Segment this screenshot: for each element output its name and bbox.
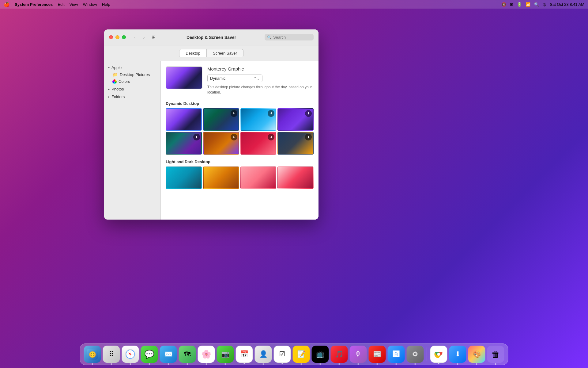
battery-icon[interactable]: 🔋 <box>517 2 522 7</box>
gallery-thumb-catalina[interactable]: ⬇ <box>203 108 239 131</box>
gallery-grid-dynamic: ⬇ ⬇ ⬇ ⬇ ⬇ <box>166 108 314 155</box>
dock: 😊 ⠿ 💬 ✉️ 🗺 🌸 📷 📅 👤 ☑ <box>80 343 508 365</box>
menubar-app-name[interactable]: System Preferences <box>15 2 53 7</box>
dock-icon-safari[interactable] <box>122 346 139 363</box>
sidebar-item-colors-label: Colors <box>119 79 130 84</box>
sidebar-item-desktop-pictures-label: Desktop Pictures <box>120 72 150 77</box>
gallery-thumb-crimson[interactable] <box>277 167 314 189</box>
forward-button[interactable]: › <box>140 34 148 40</box>
gallery-thumb-bigsur[interactable]: ⬇ <box>240 108 277 131</box>
dock-divider <box>427 347 427 361</box>
dock-icon-calendar[interactable]: 📅 <box>236 346 253 363</box>
tab-desktop[interactable]: Desktop <box>179 49 207 57</box>
svg-text:😊: 😊 <box>89 351 96 358</box>
dock-icon-contacts[interactable]: 👤 <box>255 346 272 363</box>
search-menubar-icon[interactable]: 🔍 <box>534 2 539 7</box>
gallery-thumb-rose[interactable] <box>240 167 277 189</box>
tab-screensaver[interactable]: Screen Saver <box>207 49 243 57</box>
menubar: 🍎 System Preferences Edit View Window He… <box>0 0 588 9</box>
download-icon: ⬇ <box>305 110 312 117</box>
menubar-right: 🔇 ⊞ 🔋 📶 🔍 ◎ Sat Oct 23 8:41 AM <box>501 2 584 7</box>
preview-thumbnail <box>166 66 202 89</box>
dock-icon-music[interactable]: 🎵 <box>331 346 348 363</box>
dock-icon-messages[interactable]: 💬 <box>141 346 158 363</box>
search-bar[interactable]: 🔍 <box>265 34 314 40</box>
dock-icon-maps[interactable]: 🗺 <box>179 346 196 363</box>
search-input[interactable] <box>273 35 310 40</box>
gallery-thumb-sand[interactable]: ⬇ <box>203 132 239 155</box>
gallery-section-dynamic: Dynamic Desktop ⬇ ⬇ ⬇ ⬇ <box>166 101 314 155</box>
gallery-thumb-teal[interactable]: ⬇ <box>166 132 202 155</box>
gallery-thumb-teal2[interactable] <box>166 167 202 189</box>
window-title: Desktop & Screen Saver <box>187 35 236 40</box>
dock-icon-finder[interactable]: 😊 <box>84 346 101 363</box>
dock-icon-podcasts[interactable]: 🎙 <box>350 346 367 363</box>
menubar-help[interactable]: Help <box>102 2 110 7</box>
dock-icon-tv[interactable]: 📺 <box>312 346 329 363</box>
gallery-section-lightdark-title: Light and Dark Desktop <box>166 159 314 164</box>
dock-icon-mail[interactable]: ✉️ <box>160 346 177 363</box>
dock-icon-notes[interactable]: 📝 <box>293 346 310 363</box>
gallery-thumb-monterey1[interactable] <box>166 108 202 131</box>
siri-icon[interactable]: ◎ <box>543 2 546 7</box>
preview-section: Monterey Graphic Dynamic ⌃⌄ This desktop… <box>166 66 314 95</box>
dock-icon-launchpad[interactable]: ⠿ <box>103 346 120 363</box>
sidebar-group-folders: ▸ Folders <box>104 94 160 100</box>
disclosure-arrow-photos: ▸ <box>107 87 111 91</box>
display-icon[interactable]: ⊞ <box>510 2 513 7</box>
apple-menu[interactable]: 🍎 <box>4 2 10 7</box>
menubar-edit[interactable]: Edit <box>58 2 64 7</box>
dock-icon-chrome[interactable] <box>430 346 447 363</box>
menubar-left: 🍎 System Preferences Edit View Window He… <box>4 2 501 7</box>
download-icon: ⬇ <box>268 110 274 117</box>
dock-icon-photos[interactable]: 🌸 <box>198 346 215 363</box>
dock-icon-reminders[interactable]: ☑ <box>274 346 291 363</box>
window: ‹ › ⊞ Desktop & Screen Saver 🔍 Desktop S… <box>104 29 318 220</box>
content-area: Monterey Graphic Dynamic ⌃⌄ This desktop… <box>161 61 318 220</box>
wifi-icon[interactable]: 📶 <box>526 2 530 7</box>
svg-point-9 <box>437 353 440 356</box>
titlebar: ‹ › ⊞ Desktop & Screen Saver 🔍 <box>104 29 318 45</box>
sidebar-group-folders-header[interactable]: ▸ Folders <box>104 94 160 100</box>
tabbar: Desktop Screen Saver <box>104 45 318 61</box>
download-icon: ⬇ <box>231 134 237 140</box>
dock-icon-news[interactable]: 📰 <box>369 346 386 363</box>
clock: Sat Oct 23 8:41 AM <box>550 2 584 7</box>
download-icon: ⬇ <box>268 134 274 140</box>
dock-icon-facetime[interactable]: 📷 <box>217 346 234 363</box>
sidebar-item-colors[interactable]: Colors <box>106 78 159 85</box>
gallery-thumb-purple[interactable]: ⬇ <box>277 108 314 131</box>
menubar-window[interactable]: Window <box>83 2 97 7</box>
preview-name: Monterey Graphic <box>207 66 314 71</box>
dock-icon-paletter[interactable]: 🎨 <box>468 346 485 363</box>
dock-icon-systemprefs[interactable]: ⚙ <box>407 346 424 363</box>
download-icon: ⬇ <box>231 110 237 117</box>
sidebar-group-apple: ▾ Apple 📁 Desktop Pictures Colors <box>104 64 160 85</box>
gallery-thumb-sunset[interactable]: ⬇ <box>277 132 314 155</box>
dock-icon-trash[interactable]: 🗑 <box>487 346 504 363</box>
fullscreen-button[interactable] <box>122 35 126 39</box>
search-icon: 🔍 <box>267 35 272 40</box>
minimize-button[interactable] <box>115 35 119 39</box>
disclosure-arrow-apple: ▾ <box>107 66 111 70</box>
sidebar-group-apple-header[interactable]: ▾ Apple <box>104 64 160 71</box>
sidebar-group-photos-label: Photos <box>111 87 124 91</box>
sidebar-item-desktop-pictures[interactable]: 📁 Desktop Pictures <box>106 71 159 78</box>
dock-icon-appstore[interactable]: 🅰 <box>388 346 405 363</box>
mute-icon[interactable]: 🔇 <box>501 2 506 7</box>
close-button[interactable] <box>109 35 113 39</box>
dropdown-arrows-icon: ⌃⌄ <box>254 76 260 81</box>
gallery-thumb-pink[interactable]: ⬇ <box>240 132 277 155</box>
dynamic-dropdown[interactable]: Dynamic ⌃⌄ <box>207 75 262 82</box>
preview-description: This desktop picture changes throughout … <box>207 85 314 95</box>
download-icon: ⬇ <box>305 134 312 140</box>
dock-icon-downloads[interactable]: ⬇ <box>449 346 466 363</box>
grid-view-icon[interactable]: ⊞ <box>152 34 156 40</box>
gallery-section-dynamic-title: Dynamic Desktop <box>166 101 314 106</box>
menubar-view[interactable]: View <box>70 2 78 7</box>
gallery-thumb-gold[interactable] <box>203 167 239 189</box>
folder-icon: 📁 <box>112 72 118 77</box>
sidebar-group-photos-header[interactable]: ▸ Photos <box>104 86 160 92</box>
traffic-lights <box>109 35 126 39</box>
back-button[interactable]: ‹ <box>131 34 139 40</box>
